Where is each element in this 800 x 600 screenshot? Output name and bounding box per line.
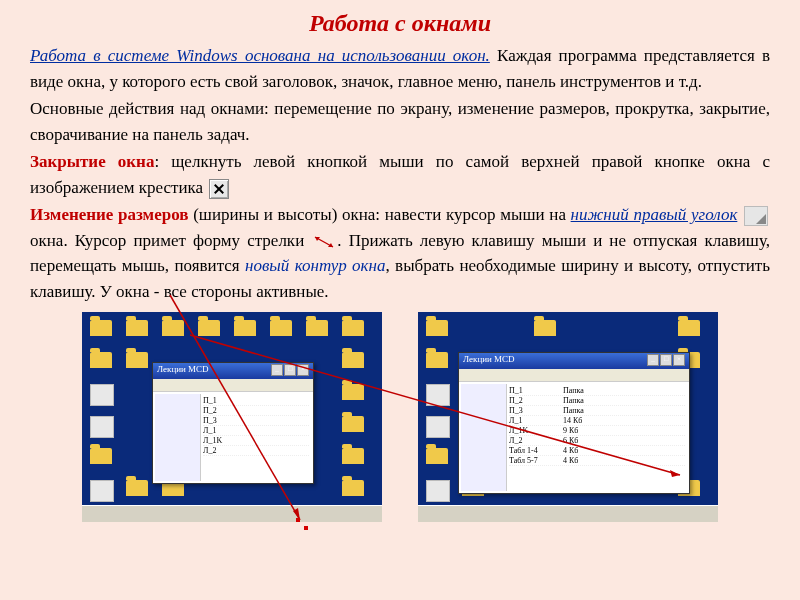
- text-resize-2: окна. Курсор примет форму стрелки: [30, 231, 311, 250]
- taskbar-left: [82, 505, 382, 522]
- window-title-text: Лекции MCD: [157, 364, 209, 378]
- content-block: Работа в системе Windows основана на исп…: [0, 43, 800, 304]
- window-filelist: П_1 П_2 П_3 Л_1 Л_1K Л_2: [201, 394, 311, 481]
- window-body: П_1Папка П_2Папка П_3Папка Л_114 Кб Л_1K…: [459, 382, 689, 493]
- emphasis-windows-based: Работа в системе Windows основана на исп…: [30, 46, 490, 65]
- label-close-window: Закрытие окна: [30, 152, 154, 171]
- label-resize: Изменение размеров: [30, 205, 188, 224]
- svg-rect-8: [304, 526, 308, 530]
- window-toolbar: [153, 379, 313, 392]
- paragraph-actions: Основные действия над окнами: перемещени…: [30, 96, 770, 147]
- explorer-window-small: Лекции MCD _□× П_1 П_2 П_3 Л_1 Л_1K Л_2: [152, 362, 314, 484]
- paragraph-intro: Работа в системе Windows основана на исп…: [30, 43, 770, 94]
- window-titlebar: Лекции MCD _□×: [153, 363, 313, 379]
- paragraph-resize: Изменение размеров (ширины и высоты) окн…: [30, 202, 770, 304]
- window-title-text: Лекции MCD: [463, 354, 515, 368]
- desktop-screenshot-left: Лекции MCD _□× П_1 П_2 П_3 Л_1 Л_1K Л_2: [82, 312, 382, 522]
- emphasis-corner: нижний правый уголок: [571, 205, 738, 224]
- page-title: Работа с окнами: [0, 0, 800, 43]
- window-sidebar: [461, 384, 507, 491]
- screenshot-row: Лекции MCD _□× П_1 П_2 П_3 Л_1 Л_1K Л_2: [0, 312, 800, 522]
- desktop-screenshot-right: Лекции MCD _□× П_1Папка П_2Папка П_3Папк…: [418, 312, 718, 522]
- close-icon: [209, 179, 229, 199]
- window-body: П_1 П_2 П_3 Л_1 Л_1K Л_2: [153, 392, 313, 483]
- window-titlebar: Лекции MCD _□×: [459, 353, 689, 369]
- text-resize-1: (ширины и высоты) окна: навести курсор м…: [188, 205, 570, 224]
- explorer-window-large: Лекции MCD _□× П_1Папка П_2Папка П_3Папк…: [458, 352, 690, 494]
- emphasis-new-outline: новый контур окна: [245, 256, 385, 275]
- diagonal-arrow-icon: [313, 235, 335, 249]
- window-buttons: _□×: [647, 354, 685, 368]
- window-sidebar: [155, 394, 201, 481]
- paragraph-close: Закрытие окна: щелкнуть левой кнопкой мы…: [30, 149, 770, 200]
- window-buttons: _□×: [271, 364, 309, 378]
- taskbar-right: [418, 505, 718, 522]
- window-filelist-details: П_1Папка П_2Папка П_3Папка Л_114 Кб Л_1K…: [507, 384, 687, 491]
- resize-corner-icon: [744, 206, 768, 226]
- window-toolbar: [459, 369, 689, 382]
